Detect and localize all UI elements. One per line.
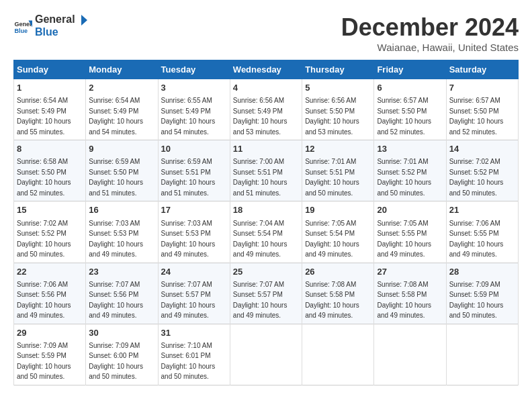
calendar-day-cell: 19 Sunrise: 7:05 AMSunset: 5:54 PMDaylig… <box>302 201 374 263</box>
logo-blue-text: Blue <box>35 26 58 38</box>
calendar-header-row: SundayMondayTuesdayWednesdayThursdayFrid… <box>14 60 519 79</box>
day-number: 29 <box>17 327 83 339</box>
calendar-day-cell: 26 Sunrise: 7:08 AMSunset: 5:58 PMDaylig… <box>302 263 374 324</box>
day-number: 15 <box>17 204 83 216</box>
location-subtitle: Waianae, Hawaii, United States <box>341 42 519 53</box>
calendar-day-cell: 31 Sunrise: 7:10 AMSunset: 6:01 PMDaylig… <box>158 324 230 385</box>
cell-content: Sunrise: 6:58 AMSunset: 5:50 PMDaylight:… <box>17 158 71 197</box>
day-of-week-header: Monday <box>86 60 158 79</box>
calendar-day-cell: 7 Sunrise: 6:57 AMSunset: 5:50 PMDayligh… <box>446 79 518 140</box>
day-number: 27 <box>377 266 443 278</box>
calendar-day-cell: 9 Sunrise: 6:59 AMSunset: 5:50 PMDayligh… <box>86 140 158 201</box>
svg-text:Blue: Blue <box>14 27 28 34</box>
day-of-week-header: Tuesday <box>158 60 230 79</box>
calendar-day-cell: 15 Sunrise: 7:02 AMSunset: 5:52 PMDaylig… <box>14 201 86 263</box>
cell-content: Sunrise: 6:57 AMSunset: 5:50 PMDaylight:… <box>377 97 431 136</box>
cell-content: Sunrise: 6:54 AMSunset: 5:49 PMDaylight:… <box>17 97 71 136</box>
calendar-day-cell: 20 Sunrise: 7:05 AMSunset: 5:55 PMDaylig… <box>374 201 446 263</box>
cell-content: Sunrise: 7:07 AMSunset: 5:57 PMDaylight:… <box>233 281 287 320</box>
calendar-day-cell: 23 Sunrise: 7:07 AMSunset: 5:56 PMDaylig… <box>86 263 158 324</box>
day-number: 24 <box>161 266 227 278</box>
day-number: 13 <box>377 143 443 155</box>
day-number: 6 <box>377 82 443 94</box>
calendar-day-cell: 10 Sunrise: 6:59 AMSunset: 5:51 PMDaylig… <box>158 140 230 201</box>
day-number: 7 <box>449 82 515 94</box>
cell-content: Sunrise: 6:59 AMSunset: 5:50 PMDaylight:… <box>89 158 143 197</box>
calendar-day-cell: 1 Sunrise: 6:54 AMSunset: 5:49 PMDayligh… <box>14 79 86 140</box>
cell-content: Sunrise: 6:54 AMSunset: 5:49 PMDaylight:… <box>89 97 143 136</box>
logo-general-text: General <box>35 13 75 26</box>
calendar-day-cell: 17 Sunrise: 7:03 AMSunset: 5:53 PMDaylig… <box>158 201 230 263</box>
cell-content: Sunrise: 6:56 AMSunset: 5:50 PMDaylight:… <box>305 97 359 136</box>
calendar-week-row: 22 Sunrise: 7:06 AMSunset: 5:56 PMDaylig… <box>14 263 519 324</box>
day-number: 23 <box>89 266 154 278</box>
day-number: 16 <box>89 204 154 216</box>
day-number: 20 <box>377 204 443 216</box>
cell-content: Sunrise: 7:07 AMSunset: 5:57 PMDaylight:… <box>161 281 216 320</box>
calendar-day-cell: 14 Sunrise: 7:02 AMSunset: 5:52 PMDaylig… <box>446 140 518 201</box>
calendar-day-cell: 8 Sunrise: 6:58 AMSunset: 5:50 PMDayligh… <box>14 140 86 201</box>
day-number: 2 <box>89 82 154 94</box>
calendar-day-cell: 18 Sunrise: 7:04 AMSunset: 5:54 PMDaylig… <box>230 201 302 263</box>
calendar-day-cell: 12 Sunrise: 7:01 AMSunset: 5:51 PMDaylig… <box>302 140 374 201</box>
title-area: December 2024 Waianae, Hawaii, United St… <box>341 13 519 53</box>
calendar-day-cell: 5 Sunrise: 6:56 AMSunset: 5:50 PMDayligh… <box>302 79 374 140</box>
day-number: 11 <box>233 143 299 155</box>
day-of-week-header: Wednesday <box>230 60 302 79</box>
calendar-day-cell: 16 Sunrise: 7:03 AMSunset: 5:53 PMDaylig… <box>86 201 158 263</box>
cell-content: Sunrise: 7:04 AMSunset: 5:54 PMDaylight:… <box>233 220 287 259</box>
calendar-day-cell: 21 Sunrise: 7:06 AMSunset: 5:55 PMDaylig… <box>446 201 518 263</box>
day-number: 5 <box>305 82 371 94</box>
day-number: 22 <box>17 266 83 278</box>
calendar-day-cell: 3 Sunrise: 6:55 AMSunset: 5:49 PMDayligh… <box>158 79 230 140</box>
svg-marker-3 <box>81 15 87 26</box>
calendar-day-cell: 24 Sunrise: 7:07 AMSunset: 5:57 PMDaylig… <box>158 263 230 324</box>
page-header: General Blue General Blue December 2024 … <box>13 13 519 53</box>
calendar-day-cell: 6 Sunrise: 6:57 AMSunset: 5:50 PMDayligh… <box>374 79 446 140</box>
day-number: 21 <box>449 204 515 216</box>
calendar-day-cell: 4 Sunrise: 6:56 AMSunset: 5:49 PMDayligh… <box>230 79 302 140</box>
calendar-day-cell: 22 Sunrise: 7:06 AMSunset: 5:56 PMDaylig… <box>14 263 86 324</box>
month-title: December 2024 <box>341 13 519 42</box>
calendar-day-cell: 11 Sunrise: 7:00 AMSunset: 5:51 PMDaylig… <box>230 140 302 201</box>
cell-content: Sunrise: 7:03 AMSunset: 5:53 PMDaylight:… <box>161 220 216 259</box>
calendar-week-row: 29 Sunrise: 7:09 AMSunset: 5:59 PMDaylig… <box>14 324 519 385</box>
cell-content: Sunrise: 7:00 AMSunset: 5:51 PMDaylight:… <box>233 158 287 197</box>
calendar-day-cell: 28 Sunrise: 7:09 AMSunset: 5:59 PMDaylig… <box>446 263 518 324</box>
cell-content: Sunrise: 7:09 AMSunset: 5:59 PMDaylight:… <box>17 342 71 381</box>
day-number: 9 <box>89 143 154 155</box>
cell-content: Sunrise: 7:05 AMSunset: 5:55 PMDaylight:… <box>377 220 431 259</box>
day-number: 26 <box>305 266 371 278</box>
day-of-week-header: Thursday <box>302 60 374 79</box>
day-of-week-header: Friday <box>374 60 446 79</box>
day-number: 18 <box>233 204 299 216</box>
day-number: 28 <box>449 266 515 278</box>
day-number: 1 <box>17 82 83 94</box>
calendar-week-row: 8 Sunrise: 6:58 AMSunset: 5:50 PMDayligh… <box>14 140 519 201</box>
logo: General Blue General Blue <box>13 13 87 38</box>
day-number: 14 <box>449 143 515 155</box>
calendar-day-cell: 2 Sunrise: 6:54 AMSunset: 5:49 PMDayligh… <box>86 79 158 140</box>
cell-content: Sunrise: 7:10 AMSunset: 6:01 PMDaylight:… <box>161 342 216 381</box>
cell-content: Sunrise: 7:07 AMSunset: 5:56 PMDaylight:… <box>89 281 143 320</box>
calendar-day-cell: 29 Sunrise: 7:09 AMSunset: 5:59 PMDaylig… <box>14 324 86 385</box>
day-number: 17 <box>161 204 227 216</box>
day-number: 3 <box>161 82 227 94</box>
cell-content: Sunrise: 7:06 AMSunset: 5:55 PMDaylight:… <box>449 220 504 259</box>
calendar-day-cell: 27 Sunrise: 7:08 AMSunset: 5:58 PMDaylig… <box>374 263 446 324</box>
calendar-day-cell: 30 Sunrise: 7:09 AMSunset: 6:00 PMDaylig… <box>86 324 158 385</box>
cell-content: Sunrise: 6:57 AMSunset: 5:50 PMDaylight:… <box>449 97 504 136</box>
cell-content: Sunrise: 7:01 AMSunset: 5:51 PMDaylight:… <box>305 158 359 197</box>
logo-flag-icon <box>75 14 87 26</box>
calendar-table: SundayMondayTuesdayWednesdayThursdayFrid… <box>13 60 519 385</box>
cell-content: Sunrise: 7:01 AMSunset: 5:52 PMDaylight:… <box>377 158 431 197</box>
cell-content: Sunrise: 7:09 AMSunset: 6:00 PMDaylight:… <box>89 342 143 381</box>
day-number: 31 <box>161 327 227 339</box>
cell-content: Sunrise: 7:05 AMSunset: 5:54 PMDaylight:… <box>305 220 359 259</box>
day-number: 10 <box>161 143 227 155</box>
day-of-week-header: Saturday <box>446 60 518 79</box>
cell-content: Sunrise: 7:08 AMSunset: 5:58 PMDaylight:… <box>305 281 359 320</box>
calendar-day-cell <box>374 324 446 385</box>
logo-icon: General Blue <box>13 17 32 36</box>
day-number: 4 <box>233 82 299 94</box>
